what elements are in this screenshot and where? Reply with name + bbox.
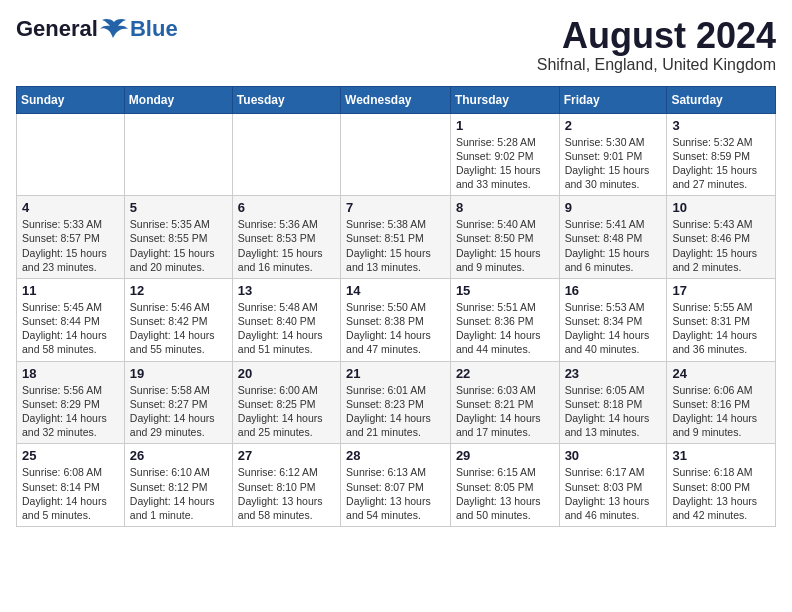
calendar-week-4: 18Sunrise: 5:56 AMSunset: 8:29 PMDayligh… (17, 361, 776, 444)
calendar-cell: 5Sunrise: 5:35 AMSunset: 8:55 PMDaylight… (124, 196, 232, 279)
calendar-cell: 15Sunrise: 5:51 AMSunset: 8:36 PMDayligh… (450, 278, 559, 361)
calendar-cell: 17Sunrise: 5:55 AMSunset: 8:31 PMDayligh… (667, 278, 776, 361)
day-number: 15 (456, 283, 554, 298)
calendar-cell: 27Sunrise: 6:12 AMSunset: 8:10 PMDayligh… (232, 444, 340, 527)
day-info: Sunrise: 5:36 AMSunset: 8:53 PMDaylight:… (238, 217, 335, 274)
day-info: Sunrise: 5:45 AMSunset: 8:44 PMDaylight:… (22, 300, 119, 357)
day-number: 1 (456, 118, 554, 133)
location: Shifnal, England, United Kingdom (537, 56, 776, 74)
day-number: 29 (456, 448, 554, 463)
day-number: 18 (22, 366, 119, 381)
day-number: 4 (22, 200, 119, 215)
calendar-cell: 11Sunrise: 5:45 AMSunset: 8:44 PMDayligh… (17, 278, 125, 361)
weekday-header-saturday: Saturday (667, 86, 776, 113)
day-info: Sunrise: 6:05 AMSunset: 8:18 PMDaylight:… (565, 383, 662, 440)
day-number: 23 (565, 366, 662, 381)
calendar-cell: 9Sunrise: 5:41 AMSunset: 8:48 PMDaylight… (559, 196, 667, 279)
calendar-cell: 24Sunrise: 6:06 AMSunset: 8:16 PMDayligh… (667, 361, 776, 444)
day-info: Sunrise: 6:01 AMSunset: 8:23 PMDaylight:… (346, 383, 445, 440)
calendar-cell: 1Sunrise: 5:28 AMSunset: 9:02 PMDaylight… (450, 113, 559, 196)
day-number: 21 (346, 366, 445, 381)
calendar-week-5: 25Sunrise: 6:08 AMSunset: 8:14 PMDayligh… (17, 444, 776, 527)
day-number: 27 (238, 448, 335, 463)
calendar-week-1: 1Sunrise: 5:28 AMSunset: 9:02 PMDaylight… (17, 113, 776, 196)
day-info: Sunrise: 5:28 AMSunset: 9:02 PMDaylight:… (456, 135, 554, 192)
day-number: 6 (238, 200, 335, 215)
calendar-cell: 14Sunrise: 5:50 AMSunset: 8:38 PMDayligh… (341, 278, 451, 361)
day-number: 2 (565, 118, 662, 133)
day-info: Sunrise: 5:30 AMSunset: 9:01 PMDaylight:… (565, 135, 662, 192)
day-info: Sunrise: 5:38 AMSunset: 8:51 PMDaylight:… (346, 217, 445, 274)
day-number: 16 (565, 283, 662, 298)
calendar-cell: 30Sunrise: 6:17 AMSunset: 8:03 PMDayligh… (559, 444, 667, 527)
day-number: 5 (130, 200, 227, 215)
weekday-header-sunday: Sunday (17, 86, 125, 113)
day-info: Sunrise: 6:15 AMSunset: 8:05 PMDaylight:… (456, 465, 554, 522)
day-info: Sunrise: 5:46 AMSunset: 8:42 PMDaylight:… (130, 300, 227, 357)
logo: General Blue (16, 16, 178, 42)
day-info: Sunrise: 5:55 AMSunset: 8:31 PMDaylight:… (672, 300, 770, 357)
calendar-cell: 28Sunrise: 6:13 AMSunset: 8:07 PMDayligh… (341, 444, 451, 527)
day-number: 25 (22, 448, 119, 463)
calendar-cell: 21Sunrise: 6:01 AMSunset: 8:23 PMDayligh… (341, 361, 451, 444)
title-block: August 2024 Shifnal, England, United Kin… (537, 16, 776, 74)
calendar-cell: 2Sunrise: 5:30 AMSunset: 9:01 PMDaylight… (559, 113, 667, 196)
calendar-cell: 22Sunrise: 6:03 AMSunset: 8:21 PMDayligh… (450, 361, 559, 444)
calendar-cell: 13Sunrise: 5:48 AMSunset: 8:40 PMDayligh… (232, 278, 340, 361)
calendar-table: SundayMondayTuesdayWednesdayThursdayFrid… (16, 86, 776, 527)
calendar-week-2: 4Sunrise: 5:33 AMSunset: 8:57 PMDaylight… (17, 196, 776, 279)
day-number: 24 (672, 366, 770, 381)
calendar-cell: 23Sunrise: 6:05 AMSunset: 8:18 PMDayligh… (559, 361, 667, 444)
calendar-cell: 18Sunrise: 5:56 AMSunset: 8:29 PMDayligh… (17, 361, 125, 444)
day-info: Sunrise: 5:53 AMSunset: 8:34 PMDaylight:… (565, 300, 662, 357)
day-info: Sunrise: 5:41 AMSunset: 8:48 PMDaylight:… (565, 217, 662, 274)
calendar-cell: 16Sunrise: 5:53 AMSunset: 8:34 PMDayligh… (559, 278, 667, 361)
day-number: 14 (346, 283, 445, 298)
day-info: Sunrise: 6:06 AMSunset: 8:16 PMDaylight:… (672, 383, 770, 440)
calendar-cell: 7Sunrise: 5:38 AMSunset: 8:51 PMDaylight… (341, 196, 451, 279)
day-number: 9 (565, 200, 662, 215)
day-number: 28 (346, 448, 445, 463)
calendar-cell: 6Sunrise: 5:36 AMSunset: 8:53 PMDaylight… (232, 196, 340, 279)
day-info: Sunrise: 5:43 AMSunset: 8:46 PMDaylight:… (672, 217, 770, 274)
day-number: 11 (22, 283, 119, 298)
day-info: Sunrise: 5:40 AMSunset: 8:50 PMDaylight:… (456, 217, 554, 274)
day-info: Sunrise: 6:08 AMSunset: 8:14 PMDaylight:… (22, 465, 119, 522)
weekday-header-friday: Friday (559, 86, 667, 113)
calendar-cell: 12Sunrise: 5:46 AMSunset: 8:42 PMDayligh… (124, 278, 232, 361)
day-info: Sunrise: 5:58 AMSunset: 8:27 PMDaylight:… (130, 383, 227, 440)
calendar-cell: 29Sunrise: 6:15 AMSunset: 8:05 PMDayligh… (450, 444, 559, 527)
calendar-cell (124, 113, 232, 196)
day-number: 20 (238, 366, 335, 381)
calendar-cell: 8Sunrise: 5:40 AMSunset: 8:50 PMDaylight… (450, 196, 559, 279)
day-info: Sunrise: 6:12 AMSunset: 8:10 PMDaylight:… (238, 465, 335, 522)
day-info: Sunrise: 5:33 AMSunset: 8:57 PMDaylight:… (22, 217, 119, 274)
calendar-cell (341, 113, 451, 196)
day-info: Sunrise: 6:10 AMSunset: 8:12 PMDaylight:… (130, 465, 227, 522)
day-number: 22 (456, 366, 554, 381)
logo-general: General (16, 16, 98, 42)
day-number: 8 (456, 200, 554, 215)
day-info: Sunrise: 5:32 AMSunset: 8:59 PMDaylight:… (672, 135, 770, 192)
day-info: Sunrise: 6:13 AMSunset: 8:07 PMDaylight:… (346, 465, 445, 522)
day-info: Sunrise: 5:48 AMSunset: 8:40 PMDaylight:… (238, 300, 335, 357)
day-info: Sunrise: 5:35 AMSunset: 8:55 PMDaylight:… (130, 217, 227, 274)
calendar-cell: 4Sunrise: 5:33 AMSunset: 8:57 PMDaylight… (17, 196, 125, 279)
day-number: 19 (130, 366, 227, 381)
day-number: 31 (672, 448, 770, 463)
day-info: Sunrise: 6:03 AMSunset: 8:21 PMDaylight:… (456, 383, 554, 440)
day-number: 10 (672, 200, 770, 215)
month-year: August 2024 (537, 16, 776, 56)
day-info: Sunrise: 5:51 AMSunset: 8:36 PMDaylight:… (456, 300, 554, 357)
calendar-cell: 20Sunrise: 6:00 AMSunset: 8:25 PMDayligh… (232, 361, 340, 444)
day-info: Sunrise: 6:17 AMSunset: 8:03 PMDaylight:… (565, 465, 662, 522)
day-number: 3 (672, 118, 770, 133)
weekday-header-wednesday: Wednesday (341, 86, 451, 113)
logo-bird-icon (100, 18, 128, 40)
day-number: 26 (130, 448, 227, 463)
calendar-cell: 25Sunrise: 6:08 AMSunset: 8:14 PMDayligh… (17, 444, 125, 527)
day-number: 13 (238, 283, 335, 298)
weekday-header-tuesday: Tuesday (232, 86, 340, 113)
day-info: Sunrise: 6:18 AMSunset: 8:00 PMDaylight:… (672, 465, 770, 522)
calendar-week-3: 11Sunrise: 5:45 AMSunset: 8:44 PMDayligh… (17, 278, 776, 361)
